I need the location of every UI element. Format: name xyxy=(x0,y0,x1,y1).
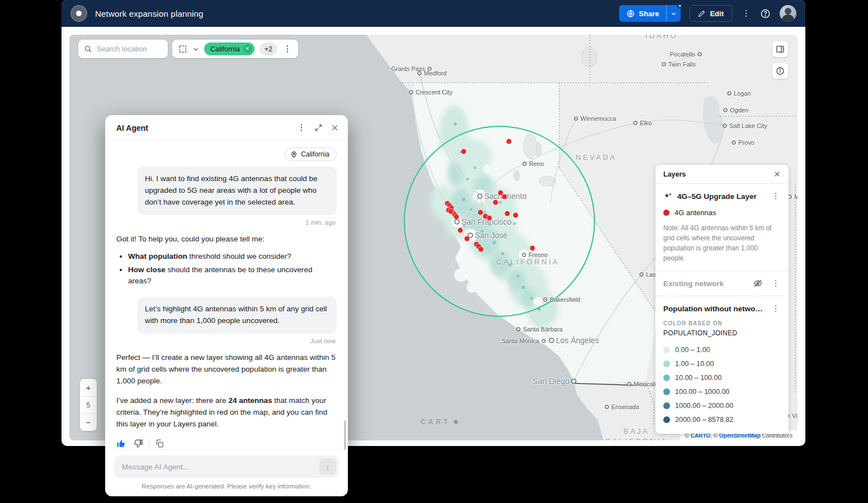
ai-panel-footer: ↑ Responses are AI-generated. Please ver… xyxy=(105,449,348,496)
legend-swatch xyxy=(663,402,670,409)
zoom-in-button[interactable]: + xyxy=(80,379,97,396)
city-dot xyxy=(728,92,732,96)
filter-more-menu[interactable] xyxy=(282,44,293,54)
filter-chevron-down-icon[interactable] xyxy=(192,46,199,53)
header-more-menu[interactable] xyxy=(741,8,751,18)
agent-message: Perfect — I’ll create a new layer showin… xyxy=(116,352,337,387)
antenna-dot[interactable] xyxy=(505,211,510,216)
help-icon[interactable] xyxy=(760,8,771,19)
legend-range-label: 100.00 – 1000.00 xyxy=(675,388,729,396)
user-avatar[interactable] xyxy=(780,5,796,22)
city-label: Bakersfield xyxy=(550,296,580,303)
antenna-dot[interactable] xyxy=(458,228,463,233)
zoom-out-button[interactable]: − xyxy=(80,414,97,431)
edit-button[interactable]: Edit xyxy=(690,5,732,22)
draw-selection-icon[interactable] xyxy=(178,44,187,54)
existing-network-section: Existing network xyxy=(655,271,789,296)
context-area-chip-label: California xyxy=(301,150,329,158)
chat-scrollbar[interactable] xyxy=(344,420,346,449)
search-input[interactable] xyxy=(97,45,158,53)
remove-chip-icon[interactable]: ✕ xyxy=(243,45,252,53)
user-message: Hi. I want to find existing 4G antennas … xyxy=(137,167,337,215)
visibility-off-icon[interactable] xyxy=(753,278,763,288)
map-info-button[interactable] xyxy=(772,63,788,79)
thumbs-up-icon[interactable] xyxy=(116,438,127,449)
layers-close-icon[interactable] xyxy=(773,170,781,178)
antenna-dot[interactable] xyxy=(502,194,507,200)
context-area-chip[interactable]: California xyxy=(285,148,337,161)
population-layer-name[interactable]: Population without netwo… xyxy=(663,305,766,313)
city-dot xyxy=(549,338,554,343)
color-based-on-label: COLOR BASED ON xyxy=(663,320,781,326)
ai-panel-close-icon[interactable] xyxy=(331,124,339,132)
legend-range-label: 0.00 – 1.00 xyxy=(675,346,710,354)
existing-network-name[interactable]: Existing network xyxy=(663,279,748,288)
city-dot xyxy=(522,253,526,257)
city-label: Reno xyxy=(529,160,544,167)
antenna-dot[interactable] xyxy=(454,215,459,220)
antenna-dot[interactable] xyxy=(449,209,454,214)
antenna-dot[interactable] xyxy=(507,139,512,144)
antenna-dot[interactable] xyxy=(465,236,470,241)
expand-icon[interactable] xyxy=(314,124,323,132)
city-dot xyxy=(523,162,527,166)
list-item: How close should the antennas be to thes… xyxy=(128,264,337,287)
share-button[interactable]: Share xyxy=(619,5,666,22)
copy-icon[interactable] xyxy=(155,439,164,448)
antenna-dot[interactable] xyxy=(487,216,492,221)
thumbs-down-icon[interactable] xyxy=(133,438,143,449)
sparkles-icon xyxy=(663,192,673,201)
legend-range-label: 1.00 – 10.00 xyxy=(675,360,714,368)
agent-question-list: What population threshold should we cons… xyxy=(128,251,337,287)
city-dot xyxy=(640,273,644,277)
upgrade-layer-name[interactable]: 4G–5G Upgrade Layer xyxy=(677,192,766,201)
city-dot xyxy=(723,124,727,128)
antenna-dot[interactable] xyxy=(461,149,466,154)
side-panel-toggle-button[interactable] xyxy=(772,41,788,57)
legend-swatch xyxy=(663,347,670,353)
city-dot xyxy=(572,379,577,384)
share-status-dot xyxy=(677,3,682,8)
state-label: IDAHO xyxy=(645,35,678,40)
send-icon[interactable]: ↑ xyxy=(319,458,336,475)
globe-icon xyxy=(626,10,635,18)
edit-button-label: Edit xyxy=(710,10,724,18)
workspace-logo[interactable] xyxy=(70,5,87,22)
antenna-legend-dot xyxy=(663,210,669,216)
city-dot xyxy=(574,117,578,121)
divider xyxy=(149,439,149,448)
message-input[interactable] xyxy=(122,463,313,471)
ai-agent-panel: AI Agent xyxy=(105,115,348,496)
city-label: Winnemucca xyxy=(581,115,616,122)
selected-area-chip[interactable]: California ✕ xyxy=(204,42,254,55)
agent-message: Got it! To help you, could you please te… xyxy=(116,234,337,245)
more-areas-chip[interactable]: +2 xyxy=(260,42,277,55)
antenna-dot[interactable] xyxy=(530,246,535,251)
ai-panel-menu[interactable] xyxy=(296,123,306,133)
antenna-dot[interactable] xyxy=(513,213,518,218)
antenna-dot[interactable] xyxy=(478,210,483,215)
city-dot xyxy=(732,141,736,145)
city-label: Los Ángeles xyxy=(556,336,599,345)
chat-area: California Hi. I want to find existing 4… xyxy=(105,141,348,449)
carto-watermark-text: CART xyxy=(421,418,450,426)
layers-panel-title: Layers xyxy=(663,170,686,178)
selected-area-chip-label: California xyxy=(210,45,240,53)
legend-row: 10.00 – 100.00 xyxy=(663,371,781,385)
existing-network-menu[interactable] xyxy=(771,278,781,288)
chevron-down-icon xyxy=(671,11,677,17)
state-label: CALIFORNIA xyxy=(605,437,668,440)
city-label: Elko xyxy=(640,120,652,126)
antenna-dot[interactable] xyxy=(493,200,498,205)
layers-panel: Layers 4G–5G Upgrade Layer 4G antennas xyxy=(655,165,789,434)
city-dot xyxy=(634,121,638,125)
upgrade-layer-menu[interactable] xyxy=(771,191,781,201)
city-dot xyxy=(409,91,413,94)
legend-range-label: 2000.00 – 8578.82 xyxy=(675,416,733,424)
city-dot xyxy=(605,405,609,409)
city-dot xyxy=(542,339,546,343)
app-header: Network expansion planning Share xyxy=(62,0,805,27)
antenna-dot[interactable] xyxy=(479,247,484,252)
zoom-level: 5 xyxy=(80,396,97,414)
population-layer-menu[interactable] xyxy=(771,303,781,314)
